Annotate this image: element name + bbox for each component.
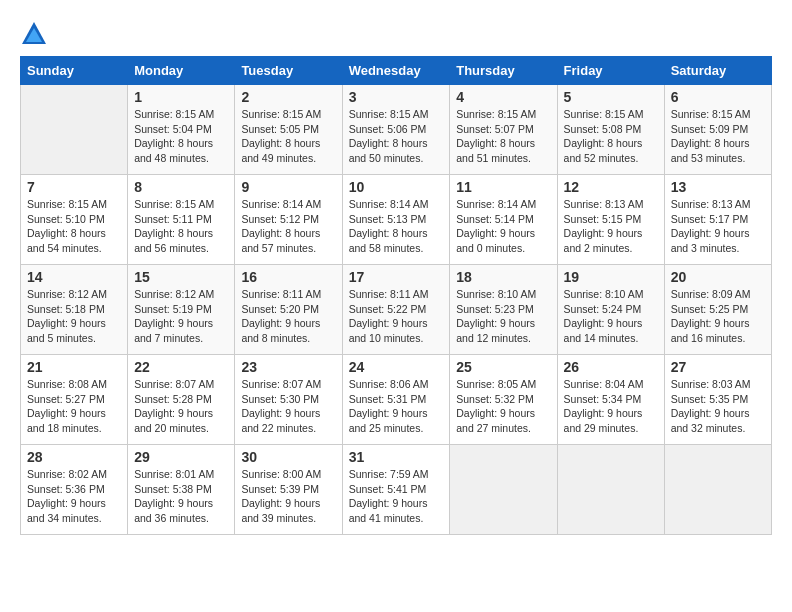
week-row-3: 14Sunrise: 8:12 AMSunset: 5:18 PMDayligh… [21, 265, 772, 355]
day-info: Sunrise: 8:14 AMSunset: 5:12 PMDaylight:… [241, 197, 335, 256]
day-number: 18 [456, 269, 550, 285]
calendar-cell: 1Sunrise: 8:15 AMSunset: 5:04 PMDaylight… [128, 85, 235, 175]
day-number: 15 [134, 269, 228, 285]
day-number: 16 [241, 269, 335, 285]
day-number: 7 [27, 179, 121, 195]
calendar-cell: 2Sunrise: 8:15 AMSunset: 5:05 PMDaylight… [235, 85, 342, 175]
calendar-cell: 18Sunrise: 8:10 AMSunset: 5:23 PMDayligh… [450, 265, 557, 355]
day-info: Sunrise: 8:10 AMSunset: 5:23 PMDaylight:… [456, 287, 550, 346]
weekday-header-monday: Monday [128, 57, 235, 85]
weekday-header-thursday: Thursday [450, 57, 557, 85]
calendar-cell: 3Sunrise: 8:15 AMSunset: 5:06 PMDaylight… [342, 85, 450, 175]
calendar-cell: 8Sunrise: 8:15 AMSunset: 5:11 PMDaylight… [128, 175, 235, 265]
day-number: 19 [564, 269, 658, 285]
week-row-5: 28Sunrise: 8:02 AMSunset: 5:36 PMDayligh… [21, 445, 772, 535]
calendar-cell: 29Sunrise: 8:01 AMSunset: 5:38 PMDayligh… [128, 445, 235, 535]
calendar-cell: 28Sunrise: 8:02 AMSunset: 5:36 PMDayligh… [21, 445, 128, 535]
calendar-cell: 23Sunrise: 8:07 AMSunset: 5:30 PMDayligh… [235, 355, 342, 445]
weekday-header-tuesday: Tuesday [235, 57, 342, 85]
calendar-cell: 9Sunrise: 8:14 AMSunset: 5:12 PMDaylight… [235, 175, 342, 265]
day-number: 14 [27, 269, 121, 285]
day-info: Sunrise: 8:01 AMSunset: 5:38 PMDaylight:… [134, 467, 228, 526]
logo-icon [20, 20, 48, 48]
day-number: 10 [349, 179, 444, 195]
calendar-cell: 21Sunrise: 8:08 AMSunset: 5:27 PMDayligh… [21, 355, 128, 445]
day-info: Sunrise: 8:15 AMSunset: 5:06 PMDaylight:… [349, 107, 444, 166]
day-number: 6 [671, 89, 765, 105]
calendar-cell: 11Sunrise: 8:14 AMSunset: 5:14 PMDayligh… [450, 175, 557, 265]
calendar-cell [557, 445, 664, 535]
day-info: Sunrise: 8:13 AMSunset: 5:17 PMDaylight:… [671, 197, 765, 256]
calendar-cell [21, 85, 128, 175]
day-info: Sunrise: 8:08 AMSunset: 5:27 PMDaylight:… [27, 377, 121, 436]
day-info: Sunrise: 8:12 AMSunset: 5:18 PMDaylight:… [27, 287, 121, 346]
day-info: Sunrise: 8:11 AMSunset: 5:20 PMDaylight:… [241, 287, 335, 346]
day-number: 17 [349, 269, 444, 285]
day-info: Sunrise: 8:12 AMSunset: 5:19 PMDaylight:… [134, 287, 228, 346]
calendar-cell: 22Sunrise: 8:07 AMSunset: 5:28 PMDayligh… [128, 355, 235, 445]
day-number: 4 [456, 89, 550, 105]
calendar-cell [664, 445, 771, 535]
weekday-header-friday: Friday [557, 57, 664, 85]
calendar-table: SundayMondayTuesdayWednesdayThursdayFrid… [20, 56, 772, 535]
calendar-cell: 13Sunrise: 8:13 AMSunset: 5:17 PMDayligh… [664, 175, 771, 265]
day-info: Sunrise: 8:13 AMSunset: 5:15 PMDaylight:… [564, 197, 658, 256]
day-info: Sunrise: 8:00 AMSunset: 5:39 PMDaylight:… [241, 467, 335, 526]
day-info: Sunrise: 8:03 AMSunset: 5:35 PMDaylight:… [671, 377, 765, 436]
calendar-cell: 17Sunrise: 8:11 AMSunset: 5:22 PMDayligh… [342, 265, 450, 355]
week-row-1: 1Sunrise: 8:15 AMSunset: 5:04 PMDaylight… [21, 85, 772, 175]
calendar-cell: 16Sunrise: 8:11 AMSunset: 5:20 PMDayligh… [235, 265, 342, 355]
day-info: Sunrise: 8:11 AMSunset: 5:22 PMDaylight:… [349, 287, 444, 346]
day-number: 20 [671, 269, 765, 285]
calendar-cell: 4Sunrise: 8:15 AMSunset: 5:07 PMDaylight… [450, 85, 557, 175]
weekday-header-row: SundayMondayTuesdayWednesdayThursdayFrid… [21, 57, 772, 85]
day-info: Sunrise: 8:09 AMSunset: 5:25 PMDaylight:… [671, 287, 765, 346]
week-row-2: 7Sunrise: 8:15 AMSunset: 5:10 PMDaylight… [21, 175, 772, 265]
day-info: Sunrise: 8:07 AMSunset: 5:28 PMDaylight:… [134, 377, 228, 436]
day-info: Sunrise: 8:15 AMSunset: 5:08 PMDaylight:… [564, 107, 658, 166]
day-number: 23 [241, 359, 335, 375]
day-number: 5 [564, 89, 658, 105]
calendar-cell: 30Sunrise: 8:00 AMSunset: 5:39 PMDayligh… [235, 445, 342, 535]
day-number: 11 [456, 179, 550, 195]
day-info: Sunrise: 8:02 AMSunset: 5:36 PMDaylight:… [27, 467, 121, 526]
day-number: 26 [564, 359, 658, 375]
calendar-cell: 20Sunrise: 8:09 AMSunset: 5:25 PMDayligh… [664, 265, 771, 355]
day-number: 31 [349, 449, 444, 465]
day-number: 22 [134, 359, 228, 375]
day-number: 12 [564, 179, 658, 195]
calendar-cell: 19Sunrise: 8:10 AMSunset: 5:24 PMDayligh… [557, 265, 664, 355]
calendar-cell: 7Sunrise: 8:15 AMSunset: 5:10 PMDaylight… [21, 175, 128, 265]
day-number: 8 [134, 179, 228, 195]
calendar-cell: 24Sunrise: 8:06 AMSunset: 5:31 PMDayligh… [342, 355, 450, 445]
logo [20, 20, 50, 48]
day-number: 24 [349, 359, 444, 375]
page-header [20, 20, 772, 48]
day-info: Sunrise: 8:14 AMSunset: 5:13 PMDaylight:… [349, 197, 444, 256]
day-number: 9 [241, 179, 335, 195]
day-info: Sunrise: 8:14 AMSunset: 5:14 PMDaylight:… [456, 197, 550, 256]
day-number: 28 [27, 449, 121, 465]
day-info: Sunrise: 8:15 AMSunset: 5:04 PMDaylight:… [134, 107, 228, 166]
day-number: 29 [134, 449, 228, 465]
calendar-cell: 15Sunrise: 8:12 AMSunset: 5:19 PMDayligh… [128, 265, 235, 355]
calendar-cell: 31Sunrise: 7:59 AMSunset: 5:41 PMDayligh… [342, 445, 450, 535]
day-info: Sunrise: 7:59 AMSunset: 5:41 PMDaylight:… [349, 467, 444, 526]
day-number: 1 [134, 89, 228, 105]
day-info: Sunrise: 8:07 AMSunset: 5:30 PMDaylight:… [241, 377, 335, 436]
day-info: Sunrise: 8:04 AMSunset: 5:34 PMDaylight:… [564, 377, 658, 436]
calendar-cell: 6Sunrise: 8:15 AMSunset: 5:09 PMDaylight… [664, 85, 771, 175]
weekday-header-wednesday: Wednesday [342, 57, 450, 85]
calendar-cell: 14Sunrise: 8:12 AMSunset: 5:18 PMDayligh… [21, 265, 128, 355]
day-info: Sunrise: 8:15 AMSunset: 5:09 PMDaylight:… [671, 107, 765, 166]
day-number: 13 [671, 179, 765, 195]
day-info: Sunrise: 8:06 AMSunset: 5:31 PMDaylight:… [349, 377, 444, 436]
day-info: Sunrise: 8:15 AMSunset: 5:10 PMDaylight:… [27, 197, 121, 256]
day-number: 3 [349, 89, 444, 105]
week-row-4: 21Sunrise: 8:08 AMSunset: 5:27 PMDayligh… [21, 355, 772, 445]
calendar-cell: 26Sunrise: 8:04 AMSunset: 5:34 PMDayligh… [557, 355, 664, 445]
weekday-header-sunday: Sunday [21, 57, 128, 85]
calendar-cell: 5Sunrise: 8:15 AMSunset: 5:08 PMDaylight… [557, 85, 664, 175]
calendar-cell: 12Sunrise: 8:13 AMSunset: 5:15 PMDayligh… [557, 175, 664, 265]
calendar-cell: 10Sunrise: 8:14 AMSunset: 5:13 PMDayligh… [342, 175, 450, 265]
